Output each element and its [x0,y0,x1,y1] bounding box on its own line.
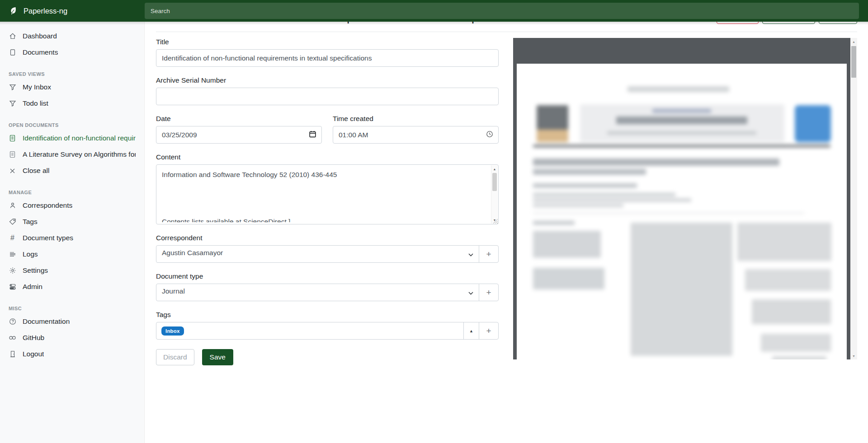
discard-button[interactable]: Discard [156,349,194,365]
add-correspondent-button[interactable]: + [479,245,499,263]
asn-label: Archive Serial Number [156,76,499,84]
paperless-leaf-logo-icon [9,6,19,16]
pdf-page [517,64,847,359]
sidebar-item-open-doc-literature-survey[interactable]: A Literature Survey on Algorithms for Mu… [0,146,144,163]
app-brand-label: Paperless-ng [24,7,67,15]
sidebar-item-open-doc-identification[interactable]: Identification of non-functional require… [0,130,144,146]
document-type-label: Document type [156,272,499,280]
sidebar-section-open-documents: OPEN DOCUMENTS [9,122,136,128]
documents-icon [9,49,16,56]
date-input[interactable] [156,126,322,144]
time-created-input[interactable] [333,126,499,144]
sidebar-item-admin[interactable]: Admin [0,279,144,295]
scroll-up-arrow-icon[interactable]: ▲ [491,166,498,172]
scroll-down-arrow-icon[interactable]: ▼ [850,353,857,359]
question-circle-icon [9,318,16,326]
person-icon [9,202,16,210]
home-icon [9,33,16,40]
chevron-down-icon [468,250,473,258]
content-label: Content [156,153,499,161]
sidebar-item-my-inbox[interactable]: My Inbox [0,79,144,95]
sidebar-item-document-types[interactable]: # Document types [0,230,144,246]
time-created-label: Time created [333,115,499,123]
tags-label: Tags [156,311,499,319]
content-scrollbar[interactable]: ▲ ▼ [491,165,498,224]
tags-dropdown-toggle-button[interactable]: ▲ [463,322,479,340]
preview-scrollbar[interactable]: ▲ ▼ [850,38,857,359]
sidebar-item-settings[interactable]: Settings [0,262,144,279]
tag-chip-inbox[interactable]: Inbox [161,326,184,336]
sidebar-item-dashboard[interactable]: Dashboard [0,28,144,44]
correspondent-select[interactable]: Agustin Casamayor [156,245,479,263]
top-navbar: Paperless-ng [0,0,868,22]
toggles-icon [9,283,16,291]
text-lines-icon [9,251,16,258]
date-label: Date [156,115,322,123]
door-icon [9,350,16,358]
sidebar: Dashboard Documents SAVED VIEWS My Inbox… [0,22,145,443]
gear-icon [9,267,16,275]
filter-icon [9,100,16,107]
scroll-up-arrow-icon[interactable]: ▲ [850,38,857,45]
sidebar-item-correspondents[interactable]: Correspondents [0,197,144,214]
archive-serial-number-input[interactable] [156,88,499,105]
sidebar-item-github[interactable]: GitHub [0,330,144,346]
file-text-icon [9,135,16,142]
blurred-page-content [517,64,847,359]
sidebar-item-close-all[interactable]: Close all [0,163,144,179]
title-label: Title [156,38,499,46]
sidebar-section-misc: MISC [9,306,136,311]
sidebar-section-saved-views: SAVED VIEWS [9,71,136,77]
document-type-select[interactable]: Journal [156,284,479,301]
sidebar-item-tags[interactable]: Tags [0,214,144,230]
content-textarea[interactable]: Information and Software Technology 52 (… [156,164,499,224]
title-input[interactable] [156,49,499,67]
sidebar-item-documents[interactable]: Documents [0,44,144,61]
search-input[interactable] [145,3,859,19]
add-document-type-button[interactable]: + [479,284,499,301]
add-tag-button[interactable]: + [479,322,499,340]
sidebar-section-manage: MANAGE [9,190,136,195]
save-button[interactable]: Save [202,349,233,365]
file-text-icon [9,151,16,159]
tag-icon [9,218,16,226]
filter-icon [9,84,16,91]
hash-icon: # [9,234,16,242]
sidebar-item-logs[interactable]: Logs [0,246,144,262]
pdf-preview[interactable]: ▲ ▼ [513,38,857,359]
sidebar-item-documentation[interactable]: Documentation [0,313,144,330]
chevron-down-icon [468,289,473,297]
link-icon [9,334,16,342]
main-content: Identification of non-functional require… [145,0,868,379]
document-edit-form: Title Archive Serial Number Date [156,38,499,379]
close-icon [9,167,16,175]
document-preview-column: ▲ ▼ [513,38,857,359]
tags-input[interactable]: Inbox [156,322,464,340]
correspondent-label: Correspondent [156,234,499,242]
sidebar-item-todo-list[interactable]: Todo list [0,95,144,112]
scrollbar-thumb[interactable] [851,46,856,78]
app-brand[interactable]: Paperless-ng [0,6,145,16]
sidebar-item-logout[interactable]: Logout [0,346,144,362]
scrollbar-thumb[interactable] [492,173,497,191]
